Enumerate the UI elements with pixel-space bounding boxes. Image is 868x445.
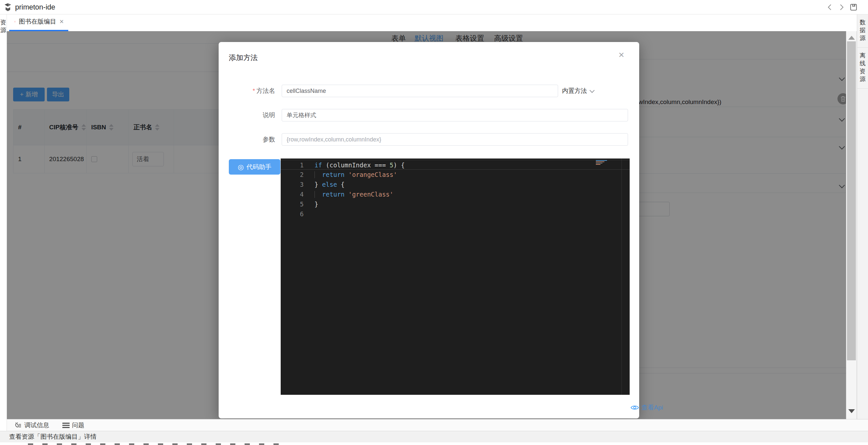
right-rail-item-0[interactable]: 数据源 — [857, 14, 868, 47]
right-rail: 数据源离线资源 — [857, 14, 868, 419]
params-input[interactable] — [282, 133, 628, 146]
scroll-up-arrow[interactable] — [848, 36, 855, 40]
app-window: primeton-ide 资源 图书在版编目 × 表单默认视图表格设置高级设置 … — [0, 0, 868, 445]
editor-line: 3} else { — [281, 180, 630, 189]
debug-icon — [15, 422, 22, 429]
tab-close-icon[interactable]: × — [59, 18, 64, 25]
scrollbar-thumb[interactable] — [847, 41, 856, 360]
bottom-toolbar: 调试信息 问题 — [7, 419, 868, 431]
save-icon[interactable] — [849, 3, 858, 11]
editor-line: 5} — [281, 199, 630, 209]
editor-line: 2 return 'orangeClass' — [281, 170, 630, 180]
eye-icon — [631, 405, 639, 411]
app-logo-icon — [3, 3, 12, 12]
code-assistant-button[interactable]: ◎ 代码助手 — [229, 159, 280, 174]
view-api-link[interactable]: 查看Api — [631, 403, 663, 412]
code-editor[interactable]: 1if (columnIndex === 5) {2 return 'orang… — [281, 159, 630, 395]
close-icon[interactable]: × — [619, 50, 624, 60]
status-bar: 查看资源「图书在版编目」详情 — [0, 431, 868, 442]
content-scrollbar — [846, 31, 857, 419]
right-rail-item-1[interactable]: 离线资源 — [857, 47, 868, 89]
tab-book-cip[interactable]: 图书在版编目 × — [9, 14, 68, 31]
editor-line: 1if (columnIndex === 5) { — [281, 160, 630, 170]
description-input[interactable] — [282, 109, 628, 121]
document-icon — [14, 18, 16, 25]
scroll-down-arrow[interactable] — [848, 409, 855, 413]
problems-button[interactable]: 问题 — [62, 421, 84, 430]
status-text: 查看资源「图书在版编目」详情 — [9, 433, 96, 441]
page-content: 表单默认视图表格设置高级设置 + 新增 导出 #CIP核准号ISBN正书名 1 … — [7, 31, 846, 419]
chevron-down-icon — [590, 88, 595, 93]
nav-back-icon[interactable] — [826, 3, 834, 11]
editor-line: 6 — [281, 209, 630, 219]
field-label-params: 参数 — [219, 133, 275, 146]
method-name-input[interactable] — [282, 85, 558, 97]
editor-line: 4 return 'greenClass' — [281, 189, 630, 199]
required-asterisk: * — [253, 87, 255, 94]
tab-bar: 图书在版编目 × — [7, 14, 846, 31]
left-rail: 资源 — [0, 14, 7, 431]
list-icon — [62, 422, 70, 428]
cutoff-text-row — [28, 443, 284, 445]
left-rail-item-resources[interactable]: 资源 — [0, 19, 6, 34]
modal-title: 添加方法 — [229, 53, 258, 63]
field-label-description: 说明 — [219, 109, 275, 121]
assistant-icon: ◎ — [238, 163, 244, 170]
app-title: primeton-ide — [15, 0, 55, 14]
debug-info-button[interactable]: 调试信息 — [15, 421, 49, 430]
tab-label: 图书在版编目 — [19, 18, 56, 26]
add-method-modal: 添加方法 × *方法名 内置方法 说明 参数 ◎ 代码助手 — [219, 42, 639, 418]
nav-forward-icon[interactable] — [837, 3, 845, 11]
builtin-method-dropdown[interactable]: 内置方法 — [562, 85, 594, 97]
field-label-method-name: *方法名 — [219, 85, 275, 97]
title-bar: primeton-ide — [0, 0, 868, 14]
